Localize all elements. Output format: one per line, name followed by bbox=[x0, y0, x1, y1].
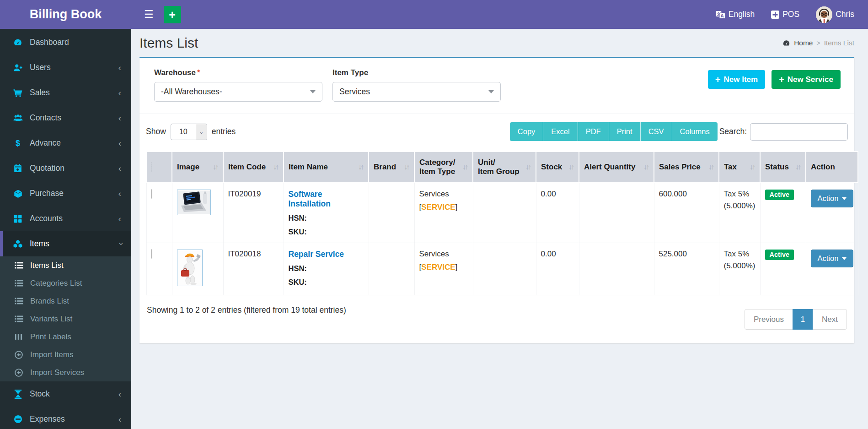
hsn-label: HSN: bbox=[289, 264, 364, 273]
column-category-item-type[interactable]: Category/Item Type↓↑ bbox=[414, 152, 473, 183]
sales-price-cell: 600.000 bbox=[654, 183, 719, 243]
language-menu[interactable]: 文A English bbox=[716, 10, 755, 19]
sidebar-item-items[interactable]: Items ‹ bbox=[0, 231, 131, 256]
item-image-laptop-photo[interactable] bbox=[177, 190, 211, 215]
sidebar-item-quotation[interactable]: Quotation ‹ bbox=[0, 156, 131, 181]
chevron-down-icon: ‹ bbox=[115, 242, 124, 245]
sidebar-subitem-print-labels[interactable]: Print Labels bbox=[0, 328, 131, 346]
item-type-select[interactable]: Services bbox=[332, 82, 501, 102]
sidebar-subitem-import-services[interactable]: Import Services bbox=[0, 364, 131, 381]
sidebar-item-accounts[interactable]: Accounts ‹ bbox=[0, 206, 131, 231]
sort-icon: ↓↑ bbox=[213, 163, 218, 171]
user-menu[interactable]: Chris bbox=[816, 6, 854, 23]
list-icon bbox=[13, 298, 24, 304]
column-unit-item-group[interactable]: Unit/Item Group↓↑ bbox=[473, 152, 536, 183]
grid-icon bbox=[12, 215, 24, 223]
items-list-card: Warehouse* -All Warehouses- Item Type Se… bbox=[139, 57, 854, 343]
excel-button[interactable]: Excel bbox=[543, 122, 578, 141]
item-image-repair-figure[interactable] bbox=[177, 250, 203, 286]
filter-actions: + New Item + New Service bbox=[708, 70, 841, 89]
entries-label: entries bbox=[212, 127, 236, 136]
row-checkbox[interactable] bbox=[151, 249, 152, 259]
search-control: Search: bbox=[719, 123, 848, 141]
sidebar-item-stock[interactable]: Stock ‹ bbox=[0, 381, 131, 407]
navbar-right: 文A English POS Chris bbox=[716, 6, 854, 23]
barcode-icon bbox=[13, 333, 24, 340]
search-input[interactable] bbox=[750, 123, 848, 141]
quick-add-button[interactable]: + bbox=[164, 6, 181, 23]
sidebar-item-sales[interactable]: Sales ‹ bbox=[0, 80, 131, 105]
sidebar-item-expenses[interactable]: Expenses ‹ bbox=[0, 407, 131, 429]
pdf-button[interactable]: PDF bbox=[578, 122, 609, 141]
sidebar-item-label: Contacts bbox=[30, 113, 61, 123]
sidebar-subitem-categories-list[interactable]: Categories List bbox=[0, 274, 131, 292]
sidebar-subitem-import-items[interactable]: Import Items bbox=[0, 346, 131, 364]
item-name-cell: Repair Service HSN: SKU: bbox=[284, 243, 369, 295]
sort-icon: ↓↑ bbox=[404, 163, 409, 171]
select-all-checkbox[interactable] bbox=[151, 162, 152, 172]
csv-button[interactable]: CSV bbox=[641, 122, 672, 141]
column-item-code[interactable]: Item Code↓↑ bbox=[223, 152, 284, 183]
action-dropdown-button[interactable]: Action bbox=[811, 250, 854, 267]
page-length-select[interactable]: 10 ⌄ bbox=[171, 124, 207, 140]
column-item-name[interactable]: Item Name↓↑ bbox=[284, 152, 369, 183]
item-name-link[interactable]: Software Installation bbox=[289, 190, 331, 208]
sidebar: Dashboard Users ‹ Sales ‹ Contacts ‹ $ A… bbox=[0, 29, 131, 429]
column-action: Action bbox=[806, 152, 858, 183]
table-section: Show 10 ⌄ entries Copy Excel PDF Print C… bbox=[139, 114, 854, 343]
sku-label: SKU: bbox=[289, 278, 364, 287]
sidebar-item-advance[interactable]: $ Advance ‹ bbox=[0, 130, 131, 156]
columns-button[interactable]: Columns bbox=[672, 122, 718, 141]
new-service-button[interactable]: + New Service bbox=[772, 70, 841, 89]
hourglass-icon bbox=[12, 390, 24, 399]
sidebar-subitem-variants-list[interactable]: Variants List bbox=[0, 310, 131, 328]
column-image[interactable]: Image↓↑ bbox=[172, 152, 223, 183]
column-sales-price[interactable]: Sales Price↓↑ bbox=[654, 152, 719, 183]
next-page-button[interactable]: Next bbox=[813, 309, 847, 330]
pos-menu[interactable]: POS bbox=[771, 10, 799, 19]
sidebar-subitem-label: Categories List bbox=[30, 279, 82, 288]
svg-text:$: $ bbox=[16, 139, 20, 148]
hsn-label: HSN: bbox=[289, 214, 364, 223]
sidebar-toggle-icon[interactable]: ☰ bbox=[139, 8, 159, 21]
import-icon bbox=[13, 369, 24, 377]
new-item-button[interactable]: + New Item bbox=[708, 70, 765, 89]
column-status[interactable]: Status↓↑ bbox=[760, 152, 806, 183]
page-1-button[interactable]: 1 bbox=[793, 309, 813, 330]
print-button[interactable]: Print bbox=[609, 122, 641, 141]
breadcrumb-home[interactable]: Home bbox=[794, 39, 813, 47]
row-checkbox[interactable] bbox=[151, 189, 152, 199]
unit-group-cell bbox=[473, 183, 536, 243]
sort-icon: ↓↑ bbox=[795, 163, 801, 171]
column-alert-quantity[interactable]: Alert Quantity↓↑ bbox=[579, 152, 654, 183]
category-value: Services bbox=[419, 250, 468, 259]
column-brand[interactable]: Brand↓↑ bbox=[369, 152, 414, 183]
sidebar-item-label: Quotation bbox=[30, 163, 64, 173]
sidebar-item-users[interactable]: Users ‹ bbox=[0, 55, 131, 80]
action-cell: Action bbox=[806, 243, 858, 295]
item-name-link[interactable]: Repair Service bbox=[289, 250, 344, 259]
users-icon bbox=[12, 114, 24, 122]
sidebar-item-contacts[interactable]: Contacts ‹ bbox=[0, 105, 131, 130]
tax-cell: Tax 5% (5.000%) bbox=[719, 243, 760, 295]
action-dropdown-button[interactable]: Action bbox=[811, 190, 854, 207]
sidebar-item-purchase[interactable]: Purchase ‹ bbox=[0, 181, 131, 206]
breadcrumb-separator: > bbox=[816, 39, 820, 47]
sidebar-item-label: Expenses bbox=[30, 414, 65, 424]
dollar-icon: $ bbox=[12, 139, 24, 148]
sidebar-subitem-brands-list[interactable]: Brands List bbox=[0, 292, 131, 310]
items-submenu: Items List Categories List Brands List V… bbox=[0, 256, 131, 381]
cubes-icon bbox=[12, 239, 24, 248]
warehouse-select[interactable]: -All Warehouses- bbox=[154, 82, 322, 102]
column-stock[interactable]: Stock↓↑ bbox=[536, 152, 579, 183]
copy-button[interactable]: Copy bbox=[510, 122, 544, 141]
app-logo[interactable]: Billing Book bbox=[0, 0, 131, 29]
chevron-left-icon: ‹ bbox=[118, 415, 121, 424]
list-icon bbox=[13, 280, 24, 287]
sidebar-item-dashboard[interactable]: Dashboard bbox=[0, 30, 131, 55]
calendar-plus-icon bbox=[12, 164, 24, 173]
column-tax[interactable]: Tax↓↑ bbox=[719, 152, 760, 183]
sidebar-subitem-items-list[interactable]: Items List bbox=[0, 256, 131, 274]
previous-page-button[interactable]: Previous bbox=[745, 309, 793, 330]
brand-cell bbox=[369, 243, 414, 295]
